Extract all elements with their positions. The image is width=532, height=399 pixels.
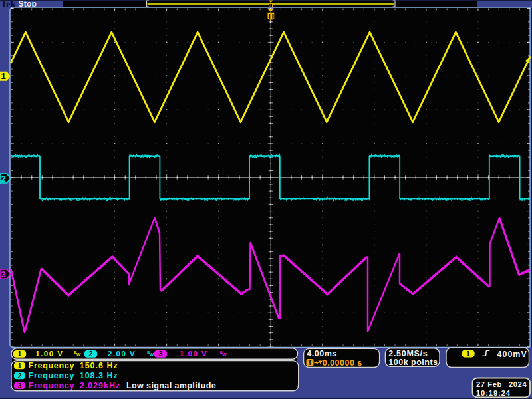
svg-text:1.00 V: 1.00 V: [180, 350, 207, 358]
svg-text:400mV: 400mV: [497, 350, 527, 359]
svg-text:10:19:24: 10:19:24: [476, 389, 511, 397]
svg-text:1.00 V: 1.00 V: [35, 350, 63, 358]
svg-text:100k points: 100k points: [388, 358, 438, 367]
svg-text:2.00 V: 2.00 V: [108, 350, 136, 358]
svg-text:108.3 Hz: 108.3 Hz: [80, 371, 118, 380]
svg-text:T: T: [308, 358, 313, 366]
svg-text:1: 1: [466, 350, 470, 358]
svg-text:0.00000 s: 0.00000 s: [323, 358, 362, 368]
svg-text:3: 3: [159, 350, 163, 358]
svg-text:W: W: [150, 352, 154, 357]
svg-text:27 Feb 2024: 27 Feb 2024: [476, 380, 527, 388]
svg-text:3: 3: [18, 382, 22, 390]
svg-text:2: 2: [89, 350, 93, 358]
svg-text:1: 1: [18, 362, 22, 370]
svg-text:Frequency: Frequency: [29, 371, 75, 380]
svg-text:1: 1: [18, 350, 22, 358]
svg-text:Frequency: Frequency: [29, 381, 75, 390]
svg-text:3: 3: [1, 269, 6, 279]
svg-text:Frequency: Frequency: [29, 361, 75, 370]
svg-text:Low signal amplitude: Low signal amplitude: [126, 381, 216, 390]
svg-text:4.00ms: 4.00ms: [307, 349, 336, 358]
svg-text:2.029kHz: 2.029kHz: [80, 381, 121, 390]
svg-text:1: 1: [1, 71, 6, 81]
svg-text:150.6 Hz: 150.6 Hz: [80, 361, 118, 370]
svg-text:W: W: [222, 352, 227, 357]
svg-text:2: 2: [1, 174, 6, 184]
svg-text:2: 2: [18, 372, 22, 380]
svg-text:W: W: [76, 352, 81, 357]
